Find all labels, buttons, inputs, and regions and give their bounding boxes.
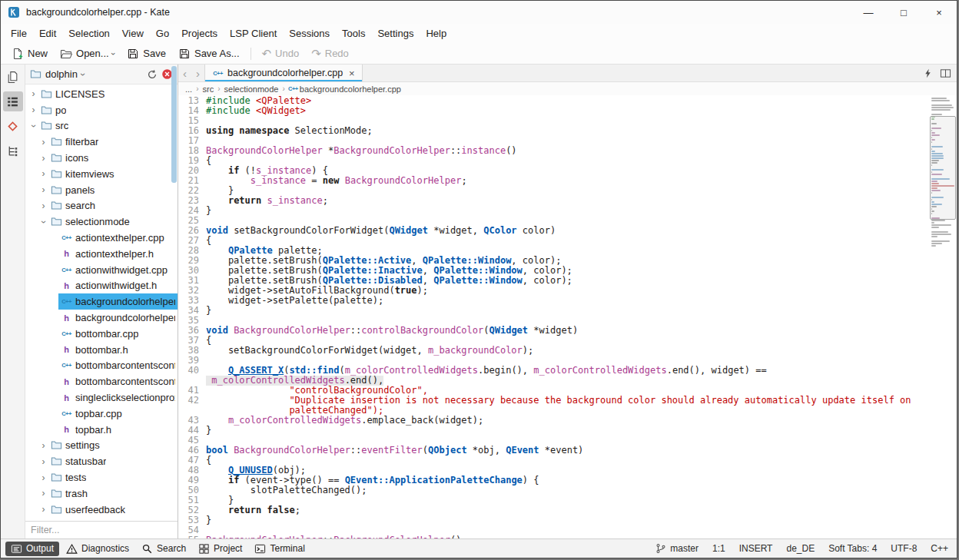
panel-button-search[interactable]: Search	[136, 542, 191, 556]
expander-icon[interactable]: ›	[38, 184, 48, 195]
chevron-down-icon[interactable]: ›	[78, 73, 88, 76]
tree-item-settings[interactable]: ›settings	[25, 438, 178, 454]
expander-icon[interactable]: ›	[38, 168, 48, 179]
new-button[interactable]: New	[5, 45, 54, 62]
close-button[interactable]: ×	[921, 1, 957, 24]
tree-item-panels[interactable]: ›panels	[25, 182, 178, 198]
tree-item-userfeedback[interactable]: ›userfeedback	[25, 502, 178, 518]
panel-button-terminal[interactable]: Terminal	[249, 542, 310, 556]
expander-icon[interactable]: ›	[38, 504, 48, 515]
expander-icon[interactable]: ›	[28, 121, 38, 131]
expander-icon[interactable]: ›	[28, 88, 38, 99]
menu-settings[interactable]: Settings	[371, 25, 420, 41]
status-dictionary[interactable]: de_DE	[786, 543, 815, 554]
save-as-button[interactable]: Save As...	[172, 45, 246, 62]
tree-item-statusbar[interactable]: ›statusbar	[25, 453, 178, 469]
maximize-button[interactable]: □	[886, 1, 921, 24]
tree-item-actionwithwidget-h[interactable]: hactionwithwidget.h	[25, 278, 178, 294]
back-icon[interactable]: ‹	[178, 65, 191, 81]
tree-item-actionwithwidget-cpp[interactable]: C++actionwithwidget.cpp	[25, 262, 178, 278]
tree-item-src[interactable]: ›src	[25, 118, 178, 134]
breadcrumb-collapsed[interactable]: ...	[185, 84, 192, 94]
save-button[interactable]: Save	[121, 45, 172, 62]
tree-item-label: actiontexthelper.h	[75, 248, 154, 260]
forward-icon[interactable]: ›	[191, 65, 204, 81]
tree-item-selectionmode[interactable]: ›selectionmode	[25, 214, 178, 230]
menu-selection[interactable]: Selection	[62, 25, 115, 41]
expander-icon[interactable]: ›	[38, 472, 48, 483]
breadcrumb-selectionmode[interactable]: selectionmode	[224, 84, 279, 94]
menu-view[interactable]: View	[116, 25, 150, 41]
tree-item-singleclickselectionproxy[interactable]: hsingleclickselectionproxy...	[25, 389, 178, 406]
status-tab-settings[interactable]: Soft Tabs: 4	[828, 543, 877, 554]
sidebar-tool-documents[interactable]	[3, 67, 23, 87]
tree-item-search[interactable]: ›search	[25, 198, 178, 214]
minimap-line	[931, 243, 942, 244]
tree-item-bottombar-h[interactable]: hbottombar.h	[25, 342, 178, 358]
expander-icon[interactable]: ›	[38, 200, 48, 211]
tree-item-backgroundcolorhelper-h[interactable]: hbackgroundcolorhelper.h	[25, 310, 178, 326]
tree-item-licenses[interactable]: ›LICENSES	[25, 86, 178, 102]
menu-go[interactable]: Go	[150, 25, 175, 41]
tree-item-bottombarcontentscont[interactable]: C++bottombarcontentscont...	[25, 358, 178, 374]
menu-file[interactable]: File	[5, 25, 33, 41]
split-view-icon[interactable]	[937, 65, 953, 81]
tree-item-actiontexthelper-h[interactable]: hactiontexthelper.h	[25, 246, 178, 262]
tree-scrollbar[interactable]	[171, 66, 177, 183]
menu-sessions[interactable]: Sessions	[283, 25, 336, 41]
minimap-viewport[interactable]	[930, 116, 956, 220]
minimize-button[interactable]: —	[851, 1, 886, 24]
status-cursor-position[interactable]: 1:1	[712, 543, 725, 554]
project-name[interactable]: dolphin	[45, 68, 78, 80]
tree-item-bottombar-cpp[interactable]: C++bottombar.cpp	[25, 326, 178, 342]
status-git-branch[interactable]: master	[655, 543, 699, 554]
menu-projects[interactable]: Projects	[175, 25, 224, 41]
minimap-line	[931, 107, 954, 108]
minimap[interactable]	[929, 95, 957, 538]
sidebar-tool-symbols[interactable]	[3, 141, 23, 161]
menu-tools[interactable]: Tools	[336, 25, 371, 41]
code-editor[interactable]: 13#include <QPalette>14#include <QWidget…	[178, 95, 957, 538]
h-file-icon: h	[61, 345, 72, 354]
tree-item-po[interactable]: ›po	[25, 102, 178, 118]
tree-item-filterbar[interactable]: ›filterbar	[25, 134, 178, 150]
menu-help[interactable]: Help	[420, 25, 453, 41]
expander-icon[interactable]: ›	[38, 456, 48, 467]
tree-item-backgroundcolorhelper-c[interactable]: C++backgroundcolorhelper.c...	[25, 293, 178, 310]
menu-edit[interactable]: Edit	[33, 25, 62, 41]
tree-item-topbar-h[interactable]: htopbar.h	[25, 422, 178, 438]
breadcrumb-backgroundcolorhelper-cpp[interactable]: C++backgroundcolorhelper.cpp	[289, 84, 401, 94]
expander-icon[interactable]: ›	[38, 488, 48, 499]
tree-item-kitemviews[interactable]: ›kitemviews	[25, 166, 178, 182]
sidebar-tool-git[interactable]	[3, 116, 23, 136]
tree-item-icons[interactable]: ›icons	[25, 150, 178, 166]
expander-icon[interactable]: ›	[38, 440, 48, 451]
expander-icon[interactable]: ›	[38, 137, 48, 147]
panel-button-project[interactable]: Project	[193, 542, 247, 556]
quick-open-icon[interactable]	[920, 65, 935, 81]
folder-icon	[51, 168, 62, 180]
status-input-mode[interactable]: INSERT	[739, 543, 773, 554]
tree-item-tests[interactable]: ›tests	[25, 469, 178, 485]
tree-item-actiontexthelper-cpp[interactable]: C++actiontexthelper.cpp	[25, 230, 178, 246]
panel-button-output[interactable]: Output	[5, 542, 59, 556]
status-encoding[interactable]: UTF-8	[891, 543, 917, 554]
status-language[interactable]: C++	[931, 543, 948, 554]
sidebar-tool-projects[interactable]	[3, 91, 23, 111]
filter-input[interactable]	[25, 522, 178, 538]
expander-icon[interactable]: ›	[38, 153, 48, 164]
tree-item-trash[interactable]: ›trash	[25, 485, 178, 502]
tree-item-topbar-cpp[interactable]: C++topbar.cpp	[25, 406, 178, 422]
tree-item-bottombarcontentscont[interactable]: hbottombarcontentscont...	[25, 373, 178, 389]
expander-icon[interactable]: ›	[28, 104, 38, 115]
menu-lsp-client[interactable]: LSP Client	[224, 25, 283, 41]
breadcrumb-src[interactable]: src	[203, 84, 214, 94]
open-button[interactable]: Open...›	[54, 45, 121, 62]
breadcrumb-label: backgroundcolorhelper.cpp	[300, 84, 401, 94]
tab-close-icon[interactable]: ×	[349, 68, 355, 79]
tab-backgroundcolorhelper[interactable]: C++ backgroundcolorhelper.cpp ×	[204, 65, 363, 81]
expander-icon[interactable]: ›	[38, 217, 48, 227]
panel-button-diagnostics[interactable]: Diagnostics	[61, 542, 134, 556]
reload-project-icon[interactable]	[147, 69, 158, 80]
new-label: New	[28, 48, 48, 59]
